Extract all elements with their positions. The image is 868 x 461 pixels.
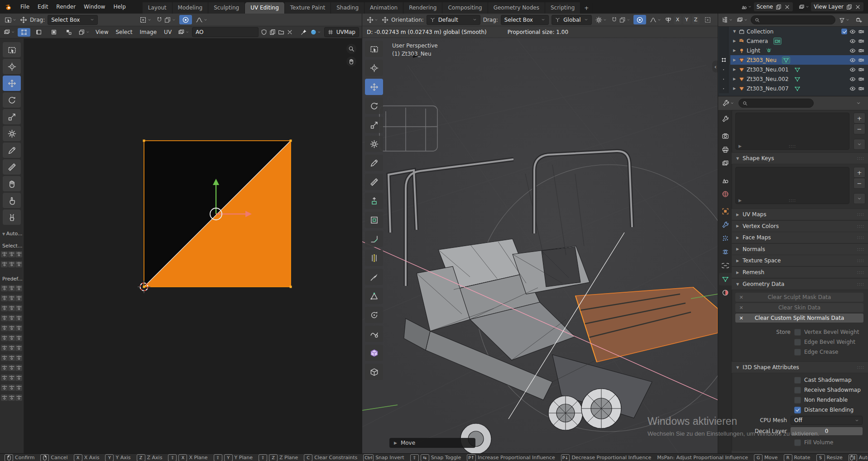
- uv-map-field[interactable]: UVMap: [324, 27, 359, 37]
- uv-select-op-button[interactable]: [1, 251, 8, 257]
- uv-predef-op-button[interactable]: [1, 285, 8, 291]
- unlink-image-icon[interactable]: [287, 29, 293, 36]
- uv-predef-op-button[interactable]: [15, 315, 22, 321]
- button-clear-sculpt-mask-data[interactable]: ✕Clear Sculpt Mask Data: [735, 293, 863, 302]
- uv-predef-op-button[interactable]: [8, 365, 15, 371]
- uv-menu-uv[interactable]: UV: [161, 28, 175, 36]
- outliner-row-light[interactable]: ▶Light: [718, 46, 868, 55]
- outliner-row-camera[interactable]: ▶Camera: [718, 36, 868, 46]
- outliner-scene-mode-button[interactable]: [736, 15, 748, 25]
- view-layer-name-field[interactable]: View Layer: [811, 2, 863, 11]
- menu-help[interactable]: Help: [109, 2, 129, 11]
- list-filter-toggle[interactable]: ▶: [739, 198, 742, 203]
- workspace-tab-animation[interactable]: Animation: [364, 2, 403, 14]
- display-channels-button[interactable]: [309, 28, 322, 37]
- uv-predef-op-button[interactable]: [8, 355, 15, 361]
- expander-icon[interactable]: ▶: [732, 58, 737, 62]
- list-specials-button[interactable]: [854, 139, 865, 150]
- outliner-row-zt303-neu[interactable]: ▶Zt303_Neu: [718, 55, 868, 65]
- uv-select-op-button[interactable]: [15, 261, 22, 267]
- properties-tab-modifiers[interactable]: [719, 219, 732, 231]
- tweak-tool-button[interactable]: [365, 41, 383, 57]
- uv-predef-op-button[interactable]: [15, 285, 22, 291]
- image-name-field[interactable]: AO: [192, 27, 259, 37]
- inset-tool-button[interactable]: [365, 212, 383, 228]
- outliner-row-zt303-neu-002[interactable]: ▶Zt303_Neu.002: [718, 74, 868, 84]
- uv-predef-op-button[interactable]: [8, 394, 15, 401]
- checkbox-receive-shadowmap[interactable]: [794, 387, 801, 394]
- shape-keys-list[interactable]: ▶ ::::: [735, 167, 849, 204]
- uv-predef-op-button[interactable]: [8, 385, 15, 391]
- close-scene-icon[interactable]: [784, 4, 790, 10]
- scene-browse-button[interactable]: [740, 2, 753, 12]
- workspace-tab-modeling[interactable]: Modeling: [173, 2, 209, 14]
- annotate-tool-button[interactable]: [3, 143, 21, 158]
- shape-key-remove-button[interactable]: −: [854, 178, 865, 189]
- workspace-tab-layout[interactable]: Layout: [143, 2, 173, 14]
- fake-user-icon[interactable]: [261, 29, 267, 36]
- uv-predef-op-button[interactable]: [8, 295, 15, 301]
- properties-search-input[interactable]: [739, 99, 814, 108]
- extrude-tool-button[interactable]: [365, 193, 383, 209]
- uv-predef-op-button[interactable]: [15, 365, 22, 371]
- panel-grip[interactable]: ::::: [857, 258, 864, 263]
- shape-keys-panel-header[interactable]: ▼Shape Keys::::: [732, 152, 868, 164]
- v3d-proportional-falloff-button[interactable]: [649, 15, 662, 24]
- properties-tab-constraints[interactable]: [719, 259, 732, 272]
- hide-viewport-icon[interactable]: [849, 86, 856, 92]
- checkbox-edge-bevel-weight[interactable]: [794, 339, 801, 346]
- open-image-icon[interactable]: [278, 29, 284, 36]
- uv-predef-op-button[interactable]: [1, 305, 8, 311]
- expander-icon[interactable]: ▶: [732, 77, 737, 81]
- disable-render-icon[interactable]: [858, 86, 864, 92]
- viewport-canvas[interactable]: User Perspective (1) Zt303_Neu ‹ ▶ Move: [362, 38, 718, 454]
- workspace-tab--[interactable]: +: [580, 3, 593, 14]
- new-scene-icon[interactable]: [776, 4, 782, 10]
- workspace-tab-geometry-nodes[interactable]: Geometry Nodes: [488, 2, 545, 14]
- panel-header-normals[interactable]: ▶Normals::::: [732, 243, 868, 255]
- knife-tool-button[interactable]: [365, 269, 383, 285]
- smooth-tool-button[interactable]: [365, 326, 383, 342]
- move-tool-button[interactable]: [365, 79, 383, 95]
- cpu-mesh-dropdown[interactable]: Off: [791, 416, 863, 425]
- outliner-row-main[interactable]: ▶Zt303_Neu.001: [730, 65, 868, 74]
- properties-tab-render[interactable]: [719, 130, 732, 143]
- outliner-row-main[interactable]: ▶Zt303_Neu.002: [730, 74, 868, 84]
- transform-space-dropdown[interactable]: Global: [551, 15, 591, 25]
- checkbox-non-renderable[interactable]: [794, 397, 801, 404]
- menu-render[interactable]: Render: [52, 2, 80, 11]
- properties-tab-physics[interactable]: [719, 246, 732, 258]
- menu-window[interactable]: Window: [80, 2, 109, 11]
- list-add-button[interactable]: +: [854, 113, 865, 124]
- uv-select-op-button[interactable]: [1, 261, 8, 267]
- uv-predef-op-button[interactable]: [1, 385, 8, 391]
- blender-logo-icon[interactable]: [0, 3, 16, 11]
- symmetry-x-toggle[interactable]: X: [674, 16, 681, 24]
- rotate-tool-button[interactable]: [365, 98, 383, 114]
- outliner-row-main[interactable]: ▶Zt303_Neu: [730, 55, 868, 65]
- view-layer-browse-button[interactable]: [797, 2, 810, 12]
- uv-predef-op-button[interactable]: [8, 305, 15, 311]
- properties-tab-viewlayer[interactable]: [719, 157, 732, 170]
- uv-zoom-gizmo[interactable]: [346, 44, 356, 54]
- fill-volume-checkbox[interactable]: [794, 439, 801, 446]
- new-collection-button[interactable]: [853, 15, 865, 25]
- properties-tab-object[interactable]: [719, 205, 732, 218]
- properties-tab-tool[interactable]: [719, 113, 732, 125]
- checkbox-vertex-bevel-weight[interactable]: [794, 329, 801, 336]
- uv-snap-button[interactable]: [155, 15, 177, 24]
- v3d-proportional-edit-toggle[interactable]: [633, 15, 646, 24]
- measure-tool-button[interactable]: [365, 174, 383, 190]
- cursor-tool-button[interactable]: [365, 60, 383, 76]
- workspace-tab-rendering[interactable]: Rendering: [403, 2, 442, 14]
- outliner-row-zt303-neu-007[interactable]: ▶Zt303_Neu.007: [718, 84, 868, 93]
- uv-menu-view[interactable]: View: [92, 28, 111, 36]
- symmetry-z-toggle[interactable]: Z: [692, 16, 700, 24]
- outliner-row-main[interactable]: ▶Camera: [730, 36, 868, 46]
- uv-select-mode-face-button[interactable]: [48, 28, 60, 37]
- panel-header-texture-space[interactable]: ▶Texture Space::::: [732, 255, 868, 266]
- scale-tool-button[interactable]: [365, 117, 383, 133]
- workspace-tab-sculpting[interactable]: Sculpting: [208, 2, 245, 14]
- uv-predef-op-button[interactable]: [8, 325, 15, 331]
- workspace-tab-uv-editing[interactable]: UV Editing: [245, 2, 285, 14]
